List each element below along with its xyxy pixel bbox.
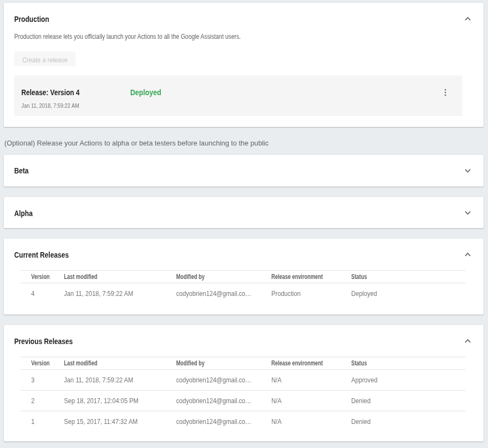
release-status-badge: Deployed [130,87,161,98]
current-releases-table: VersionLast modifiedModified byRelease e… [21,270,466,304]
release-info: Release: Version 4 Jan 11, 2018, 7:59:22… [21,87,130,109]
column-header: Last modified [54,270,166,283]
cell-modified-by: codyobrien124@gmail.co… [166,390,262,411]
table-row: 1 Sep 15, 2017, 11:47:32 AM codyobrien12… [21,411,466,432]
cell-status: Approved [341,369,466,390]
cell-modified-by: codyobrien124@gmail.co… [166,369,262,390]
production-card-title: Production [14,14,49,25]
cell-status: Denied [341,390,466,411]
chevron-up-icon [461,248,474,261]
chevron-down-icon [461,164,474,177]
current-releases-collapse-button[interactable] [461,248,474,261]
column-header: Version [21,270,54,283]
cell-last-modified: Jan 11, 2018, 7:59:22 AM [54,369,166,390]
cell-version: 2 [21,390,54,411]
beta-expand-button[interactable] [461,164,474,177]
current-releases-header-row: VersionLast modifiedModified byRelease e… [21,270,466,283]
cell-release-environment: N/A [261,369,341,390]
cell-release-environment: N/A [261,390,341,411]
cell-last-modified: Sep 18, 2017, 12:04:05 PM [54,390,166,411]
cell-version: 3 [21,369,54,390]
chevron-up-icon [461,12,474,25]
column-header: Status [341,270,466,283]
beta-card: Beta [4,155,484,187]
table-row: 2 Sep 18, 2017, 12:04:05 PM codyobrien12… [21,390,466,411]
column-header: Status [341,357,466,369]
cell-version: 4 [21,283,54,304]
cell-version: 1 [21,411,54,432]
previous-releases-body: 3 Jan 11, 2018, 7:59:22 AM codyobrien124… [21,369,466,432]
cell-modified-by: codyobrien124@gmail.co… [166,411,262,432]
current-releases-card: Current Releases VersionLast modifiedMod… [4,238,484,315]
create-release-button[interactable]: Create a release [14,51,75,66]
cell-status: Denied [341,411,466,432]
table-row: 4 Jan 11, 2018, 7:59:22 AM codyobrien124… [21,283,466,304]
previous-releases-header-row: VersionLast modifiedModified byRelease e… [21,357,466,369]
column-header: Release environment [261,357,341,369]
cell-modified-by: codyobrien124@gmail.co… [166,283,262,304]
chevron-up-icon [461,334,474,347]
cell-status: Deployed [341,283,466,304]
beta-card-title: Beta [14,165,28,176]
column-header: Version [21,357,54,369]
alpha-card: Alpha [4,197,484,228]
previous-releases-card: Previous Releases VersionLast modifiedMo… [4,325,484,441]
releases-page: Production Production release lets you o… [0,0,488,441]
cell-last-modified: Jan 11, 2018, 7:59:22 AM [54,283,166,304]
cell-release-environment: Production [261,283,341,304]
release-menu-button[interactable] [439,86,452,99]
column-header: Last modified [54,357,166,369]
kebab-menu-icon [439,86,452,99]
table-row: 3 Jan 11, 2018, 7:59:22 AM codyobrien124… [21,369,466,390]
optional-note: (Optional) Release your Actions to alpha… [4,138,484,149]
column-header: Modified by [166,270,262,283]
production-release-row: Release: Version 4 Jan 11, 2018, 7:59:22… [14,75,462,116]
production-card: Production Production release lets you o… [4,3,484,127]
alpha-expand-button[interactable] [461,206,474,219]
chevron-down-icon [461,206,474,219]
current-releases-title: Current Releases [14,249,69,260]
release-date: Jan 11, 2018, 7:59:22 AM [21,101,130,110]
alpha-card-title: Alpha [14,208,33,219]
column-header: Modified by [166,357,262,369]
cell-last-modified: Sep 15, 2017, 11:47:32 AM [54,411,166,432]
production-collapse-button[interactable] [461,12,474,25]
previous-releases-table: VersionLast modifiedModified byRelease e… [21,357,466,432]
cell-release-environment: N/A [261,411,341,432]
release-title: Release: Version 4 [21,87,79,98]
production-description: Production release lets you officially l… [14,32,473,41]
column-header: Release environment [261,270,341,283]
previous-releases-collapse-button[interactable] [461,334,474,347]
previous-releases-title: Previous Releases [14,336,73,347]
current-releases-body: 4 Jan 11, 2018, 7:59:22 AM codyobrien124… [21,283,466,304]
